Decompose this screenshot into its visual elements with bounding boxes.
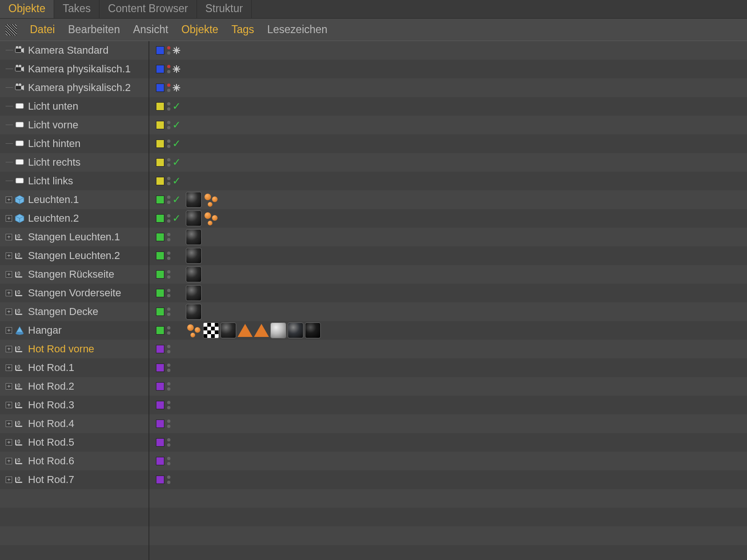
expand-toggle[interactable]: + bbox=[6, 290, 12, 296]
tab-objekte[interactable]: Objekte bbox=[0, 0, 54, 18]
material-tag-icon[interactable] bbox=[220, 322, 236, 338]
object-name-label[interactable]: Licht vorne bbox=[28, 119, 78, 131]
object-name-label[interactable]: Hot Rod.2 bbox=[28, 380, 74, 392]
layer-color-swatch[interactable] bbox=[156, 65, 164, 73]
object-row[interactable]: +Hot Rod.6 bbox=[0, 452, 148, 470]
phong-tag-icon[interactable] bbox=[254, 324, 269, 337]
object-row[interactable]: +Hot Rod.5 bbox=[0, 433, 148, 452]
object-name-label[interactable]: Licht links bbox=[28, 175, 73, 187]
object-name-label[interactable]: Kamera physikalisch.1 bbox=[28, 63, 131, 75]
object-row[interactable]: +Hot Rod.3 bbox=[0, 396, 148, 414]
layer-color-swatch[interactable] bbox=[156, 270, 164, 279]
material-tag-icon[interactable] bbox=[186, 248, 202, 264]
view-mode-icon[interactable] bbox=[6, 24, 17, 35]
visibility-dots[interactable] bbox=[167, 102, 170, 111]
material-tag-icon[interactable] bbox=[186, 210, 202, 226]
menu-bearbeiten[interactable]: Bearbeiten bbox=[68, 23, 120, 36]
visibility-dots[interactable] bbox=[167, 364, 170, 372]
object-name-label[interactable]: Hot Rod vorne bbox=[28, 343, 94, 355]
expand-toggle[interactable]: + bbox=[6, 458, 12, 464]
dynamics-tag-icon[interactable] bbox=[186, 322, 202, 338]
object-tree[interactable]: Kamera StandardKamera physikalisch.1Kame… bbox=[0, 41, 148, 560]
object-name-label[interactable]: Stangen Rückseite bbox=[28, 268, 114, 280]
layer-color-swatch[interactable] bbox=[156, 457, 164, 465]
menu-objekte[interactable]: Objekte bbox=[181, 23, 218, 36]
material-tag-icon[interactable] bbox=[186, 266, 202, 282]
material-tag-icon[interactable] bbox=[288, 322, 303, 338]
object-row[interactable]: Licht vorne bbox=[0, 116, 148, 134]
layer-color-swatch[interactable] bbox=[156, 158, 164, 167]
object-row[interactable]: Kamera physikalisch.2 bbox=[0, 78, 148, 97]
visibility-dots[interactable] bbox=[167, 252, 170, 260]
render-enabled-icon[interactable]: ✓ bbox=[172, 175, 181, 187]
layer-color-swatch[interactable] bbox=[156, 401, 164, 409]
object-name-label[interactable]: Hot Rod.3 bbox=[28, 399, 74, 411]
compositing-tag-icon[interactable] bbox=[172, 46, 181, 55]
layer-color-swatch[interactable] bbox=[156, 382, 164, 391]
render-enabled-icon[interactable]: ✓ bbox=[172, 212, 181, 224]
layer-color-swatch[interactable] bbox=[156, 364, 164, 372]
object-row[interactable]: +Leuchten.1 bbox=[0, 190, 148, 209]
expand-toggle[interactable]: + bbox=[6, 420, 12, 427]
expand-toggle[interactable]: + bbox=[6, 383, 12, 390]
layer-color-swatch[interactable] bbox=[156, 177, 164, 185]
visibility-dots[interactable] bbox=[167, 345, 170, 353]
expand-toggle[interactable]: + bbox=[6, 234, 12, 240]
object-name-label[interactable]: Hot Rod.1 bbox=[28, 362, 74, 374]
visibility-dots[interactable] bbox=[167, 158, 170, 167]
compositing-tag-icon[interactable] bbox=[172, 65, 181, 73]
object-name-label[interactable]: Hot Rod.6 bbox=[28, 455, 74, 467]
object-row[interactable]: +Hot Rod.4 bbox=[0, 414, 148, 433]
layer-color-swatch[interactable] bbox=[156, 140, 164, 148]
material-tag-icon[interactable] bbox=[305, 322, 321, 338]
render-enabled-icon[interactable]: ✓ bbox=[172, 138, 181, 150]
object-name-label[interactable]: Leuchten.2 bbox=[28, 212, 79, 224]
menu-datei[interactable]: Datei bbox=[30, 23, 55, 36]
object-row[interactable]: +Stangen Rückseite bbox=[0, 265, 148, 284]
expand-toggle[interactable]: + bbox=[6, 439, 12, 446]
material-tag-icon[interactable] bbox=[186, 229, 202, 245]
uvw-tag-icon[interactable] bbox=[203, 322, 219, 338]
dynamics-tag-icon[interactable] bbox=[203, 210, 219, 226]
layer-color-swatch[interactable] bbox=[156, 84, 164, 92]
visibility-dots[interactable] bbox=[167, 476, 170, 484]
expand-toggle[interactable]: + bbox=[6, 271, 12, 278]
expand-toggle[interactable]: + bbox=[6, 252, 12, 259]
object-name-label[interactable]: Leuchten.1 bbox=[28, 194, 79, 206]
object-row[interactable]: +Hangar bbox=[0, 321, 148, 340]
object-row[interactable]: +Hot Rod vorne bbox=[0, 340, 148, 358]
render-enabled-icon[interactable]: ✓ bbox=[172, 119, 181, 131]
compositing-tag-icon[interactable] bbox=[172, 84, 181, 92]
expand-toggle[interactable]: + bbox=[6, 476, 12, 483]
object-row[interactable]: +Leuchten.2 bbox=[0, 209, 148, 228]
object-row[interactable]: +Hot Rod.1 bbox=[0, 358, 148, 377]
visibility-dots[interactable] bbox=[167, 289, 170, 297]
expand-toggle[interactable]: + bbox=[6, 196, 12, 203]
object-name-label[interactable]: Kamera physikalisch.2 bbox=[28, 82, 131, 94]
layer-color-swatch[interactable] bbox=[156, 46, 164, 55]
material-tag-icon[interactable] bbox=[270, 322, 286, 338]
expand-toggle[interactable]: + bbox=[6, 346, 12, 352]
object-name-label[interactable]: Stangen Decke bbox=[28, 306, 98, 318]
object-row[interactable]: +Stangen Decke bbox=[0, 302, 148, 321]
layer-color-swatch[interactable] bbox=[156, 196, 164, 204]
tab-content-browser[interactable]: Content Browser bbox=[99, 0, 197, 18]
visibility-dots[interactable] bbox=[167, 121, 170, 129]
visibility-dots[interactable] bbox=[167, 382, 170, 391]
object-name-label[interactable]: Stangen Vorderseite bbox=[28, 287, 121, 299]
object-name-label[interactable]: Kamera Standard bbox=[28, 44, 108, 56]
object-name-label[interactable]: Hangar bbox=[28, 324, 62, 336]
visibility-dots[interactable] bbox=[167, 270, 170, 279]
object-row[interactable]: Licht hinten bbox=[0, 134, 148, 153]
layer-color-swatch[interactable] bbox=[156, 214, 164, 223]
visibility-dots[interactable] bbox=[167, 214, 170, 223]
layer-color-swatch[interactable] bbox=[156, 121, 164, 129]
visibility-dots[interactable] bbox=[167, 420, 170, 428]
object-name-label[interactable]: Stangen Leuchten.2 bbox=[28, 250, 120, 262]
expand-toggle[interactable]: + bbox=[6, 402, 12, 408]
object-row[interactable]: +Stangen Leuchten.1 bbox=[0, 228, 148, 246]
visibility-dots[interactable] bbox=[167, 84, 170, 92]
object-row[interactable]: Licht links bbox=[0, 172, 148, 190]
object-row[interactable]: +Stangen Vorderseite bbox=[0, 284, 148, 302]
expand-toggle[interactable]: + bbox=[6, 364, 12, 371]
